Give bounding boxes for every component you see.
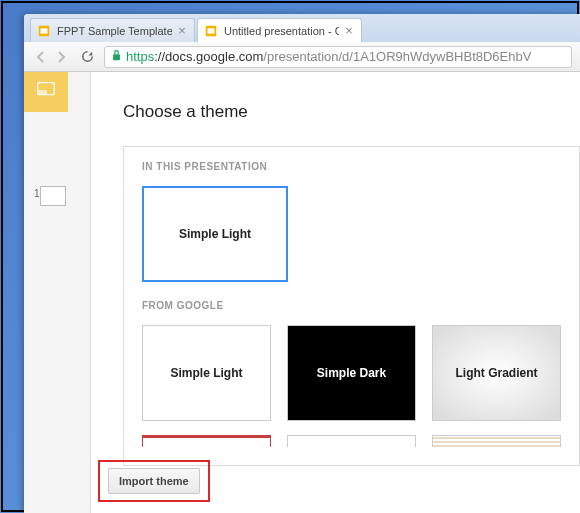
url-path: /presentation/d/1A1OR9hWdywBHBt8D6EhbV (263, 49, 531, 64)
lock-icon (111, 49, 122, 64)
svg-rect-4 (113, 54, 120, 60)
close-icon[interactable]: × (176, 25, 188, 37)
theme-card-partial[interactable] (287, 435, 416, 447)
slides-icon (37, 24, 51, 38)
address-bar[interactable]: https://docs.google.com/presentation/d/1… (104, 46, 572, 68)
theme-name: Simple Dark (317, 366, 386, 380)
tab-strip: FPPT Sample Template - G × Untitled pres… (24, 14, 580, 42)
theme-sections: IN THIS PRESENTATION Simple Light FROM G… (123, 146, 580, 466)
theme-name: Light Gradient (456, 366, 538, 380)
import-highlight: Import theme (98, 460, 210, 502)
app-content: 1 Choose a theme IN THIS PRESENTATION Si… (24, 72, 580, 513)
reload-button[interactable] (78, 48, 96, 66)
browser-tab-0[interactable]: FPPT Sample Template - G × (30, 18, 195, 42)
section-label-from-google: FROM GOOGLE (142, 300, 561, 311)
app-rail (24, 72, 68, 112)
theme-card-simple-light-current[interactable]: Simple Light (142, 186, 288, 282)
svg-rect-1 (41, 28, 48, 33)
theme-name: Simple Light (171, 366, 243, 380)
presentation-icon (35, 79, 57, 105)
forward-button[interactable] (52, 48, 70, 66)
slide-thumbnail[interactable] (40, 186, 66, 206)
tab-title: FPPT Sample Template - G (57, 25, 172, 37)
theme-card-partial[interactable] (432, 435, 561, 447)
close-icon[interactable]: × (343, 25, 355, 37)
theme-card-partial[interactable] (142, 435, 271, 447)
svg-rect-3 (208, 28, 215, 33)
theme-name: Simple Light (179, 227, 251, 241)
browser-window: FPPT Sample Template - G × Untitled pres… (24, 14, 580, 513)
browser-toolbar: https://docs.google.com/presentation/d/1… (24, 42, 580, 72)
slide-number: 1 (34, 188, 40, 199)
theme-dialog: Choose a theme IN THIS PRESENTATION Simp… (90, 72, 580, 513)
import-theme-button[interactable]: Import theme (108, 468, 200, 494)
dialog-title: Choose a theme (123, 102, 580, 122)
theme-card-simple-light[interactable]: Simple Light (142, 325, 271, 421)
theme-card-simple-dark[interactable]: Simple Dark (287, 325, 416, 421)
svg-rect-6 (38, 90, 47, 95)
url-scheme: https (126, 49, 154, 64)
section-label-in-presentation: IN THIS PRESENTATION (142, 161, 561, 172)
url-host: ://docs.google.com (154, 49, 263, 64)
back-button[interactable] (32, 48, 50, 66)
tab-title: Untitled presentation - Go (224, 25, 339, 37)
theme-card-light-gradient[interactable]: Light Gradient (432, 325, 561, 421)
browser-tab-1[interactable]: Untitled presentation - Go × (197, 18, 362, 42)
slides-icon (204, 24, 218, 38)
